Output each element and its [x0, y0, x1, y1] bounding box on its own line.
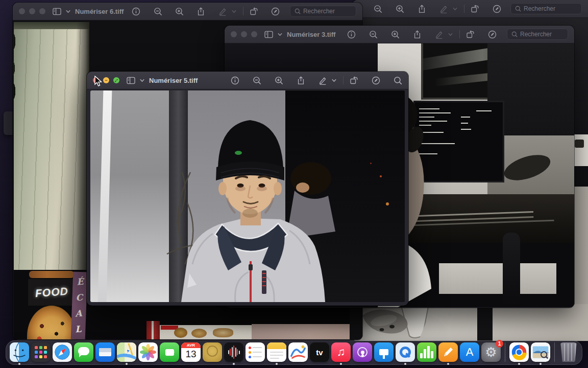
search-icon: [295, 8, 301, 14]
dock-launchpad-icon[interactable]: [31, 342, 51, 362]
search-field[interactable]: Rechercher: [290, 6, 356, 17]
dock-finder-icon[interactable]: [9, 342, 30, 362]
zoom-in-icon[interactable]: [391, 30, 400, 39]
minimize-button[interactable]: [241, 31, 247, 37]
minimize-button[interactable]: [29, 8, 35, 14]
info-icon[interactable]: [132, 7, 140, 16]
sidebar-icon[interactable]: [127, 76, 135, 85]
dock-numbers-icon[interactable]: [416, 342, 437, 362]
traffic-lights: [231, 31, 257, 37]
sidebar-icon[interactable]: [264, 30, 273, 39]
fullscreen-button[interactable]: [251, 31, 257, 37]
dock-quicktime-icon[interactable]: [395, 342, 415, 362]
annotate-icon[interactable]: [271, 7, 280, 16]
annotate-icon[interactable]: [493, 5, 501, 13]
search-placeholder: Rechercher: [303, 8, 335, 15]
search-icon[interactable]: [394, 76, 402, 85]
rotate-icon[interactable]: [250, 7, 258, 16]
dock-reminders-icon[interactable]: [245, 342, 265, 362]
search-placeholder: Rechercher: [520, 31, 552, 38]
window-title: Numériser 5.tiff: [149, 77, 198, 84]
fullscreen-button[interactable]: [39, 8, 45, 14]
dock-apple-tv-icon[interactable]: tv: [309, 342, 330, 362]
minimize-button[interactable]: −: [103, 77, 109, 83]
settings-badge: 1: [496, 340, 503, 348]
markup-pen-icon[interactable]: [435, 30, 444, 39]
chevron-down-icon[interactable]: [452, 6, 458, 12]
share-icon[interactable]: [197, 7, 205, 16]
red-door-frame: [146, 321, 160, 339]
info-icon[interactable]: [347, 30, 356, 39]
rotate-icon[interactable]: [471, 5, 479, 13]
annotate-icon[interactable]: [488, 30, 497, 39]
sidebar-icon[interactable]: [53, 7, 61, 16]
fullscreen-button[interactable]: ⤢: [113, 77, 119, 83]
close-button[interactable]: [19, 8, 25, 14]
dock-messages-icon[interactable]: [74, 342, 94, 362]
markup-pen-icon[interactable]: [439, 5, 448, 13]
dock-calendar-icon[interactable]: AVR 13: [181, 342, 201, 362]
rotate-icon[interactable]: [466, 30, 475, 39]
search-icon: [511, 31, 518, 37]
photo-plank-wall: [14, 22, 89, 273]
window-title: Numériser 3.tiff: [287, 31, 335, 38]
dock-pages-icon[interactable]: [438, 342, 458, 362]
zoom-in-icon[interactable]: [175, 7, 184, 16]
window-title: Numériser 6.tiff: [75, 8, 124, 15]
dock-facetime-icon[interactable]: [159, 342, 180, 362]
dock-mail-icon[interactable]: [95, 342, 115, 362]
dock-gold-app-icon[interactable]: [202, 342, 223, 362]
dock-notes-icon[interactable]: [266, 342, 287, 362]
chevron-down-icon[interactable]: [331, 78, 337, 83]
dock-keynote-icon[interactable]: [374, 342, 394, 362]
zoom-in-icon[interactable]: [396, 5, 404, 13]
traffic-lights: [19, 8, 45, 14]
dock-podcasts-icon[interactable]: [352, 342, 373, 362]
dock-settings-icon[interactable]: 1 ⚙: [481, 342, 501, 362]
zoom-out-icon[interactable]: [253, 76, 261, 85]
share-icon[interactable]: [413, 30, 422, 39]
markup-pen-icon[interactable]: [218, 7, 227, 16]
annotate-icon[interactable]: [372, 76, 380, 85]
dock-voice-memos-icon[interactable]: [224, 342, 244, 362]
search-field[interactable]: Rechercher: [510, 3, 582, 14]
zoom-out-icon[interactable]: [369, 30, 378, 39]
dock-separator: [554, 342, 555, 362]
dock-app-store-icon[interactable]: A: [459, 342, 480, 362]
dock-maps-icon[interactable]: [116, 342, 137, 362]
chevron-down-icon[interactable]: [448, 32, 453, 37]
rotate-icon[interactable]: [350, 76, 358, 85]
chevron-down-icon[interactable]: [231, 9, 237, 14]
vertical-shop-sign: É C A L: [71, 272, 88, 339]
calendar-month: AVR: [181, 342, 201, 348]
chevron-down-icon[interactable]: [277, 32, 283, 37]
titlebar-background-right[interactable]: Rechercher: [352, 0, 588, 18]
zoom-out-icon[interactable]: [374, 5, 382, 13]
titlebar-numeriser5[interactable]: × − ⤢ Numériser 5.tiff: [87, 72, 408, 89]
search-placeholder: Rechercher: [524, 5, 555, 12]
chevron-down-icon[interactable]: [65, 9, 71, 14]
titlebar-numeriser3[interactable]: Numériser 3.tiff Rechercher: [225, 26, 574, 43]
markup-pen-icon[interactable]: [318, 76, 327, 85]
apple-tv-label: tv: [316, 348, 323, 357]
dock-trash-icon[interactable]: [558, 342, 579, 362]
zoom-in-icon[interactable]: [275, 76, 283, 85]
chevron-down-icon[interactable]: [139, 78, 145, 83]
dock-chrome-icon[interactable]: [509, 342, 529, 362]
search-field[interactable]: Rechercher: [507, 29, 568, 40]
dock-freeform-icon[interactable]: [288, 342, 308, 362]
info-icon[interactable]: [231, 76, 239, 85]
close-button[interactable]: [231, 31, 237, 37]
dock: AVR 13 tv: [6, 340, 582, 365]
share-icon[interactable]: [297, 76, 305, 85]
hidden-window-corner: [4, 111, 14, 135]
portrait-photo: [90, 90, 405, 302]
photo-numeriser5: [87, 89, 408, 305]
dock-photos-icon[interactable]: [138, 342, 158, 362]
dock-safari-icon[interactable]: [52, 342, 72, 362]
dock-music-icon[interactable]: ♫: [331, 342, 351, 362]
dock-preview-icon[interactable]: [530, 342, 551, 362]
titlebar-numeriser6[interactable]: Numériser 6.tiff Rechercher: [13, 3, 362, 20]
zoom-out-icon[interactable]: [154, 7, 162, 16]
share-icon[interactable]: [418, 5, 426, 13]
